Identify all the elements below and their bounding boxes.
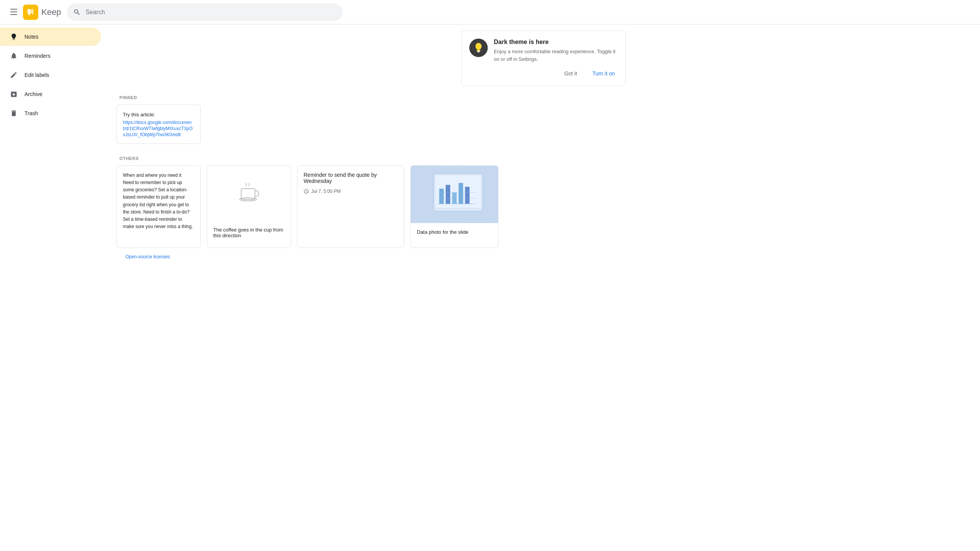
sidebar-item-edit-labels[interactable]: Edit labels bbox=[0, 66, 101, 84]
svg-rect-14 bbox=[446, 185, 450, 204]
pinned-section-label: PINNED bbox=[116, 95, 971, 100]
reminder-time-text: Jul 7, 5:00 PM bbox=[311, 189, 341, 194]
photo-note-caption: Data photo for the slide bbox=[417, 229, 492, 235]
pinned-notes-grid: Try this article: https://docs.google.co… bbox=[116, 104, 971, 144]
main-content: Dark theme is here Enjoy a more comforta… bbox=[107, 24, 980, 551]
keep-logo-icon bbox=[23, 5, 38, 20]
svg-rect-13 bbox=[439, 189, 444, 204]
svg-rect-5 bbox=[477, 50, 480, 51]
data-visualization-svg bbox=[411, 166, 498, 223]
pencil-icon bbox=[9, 71, 18, 79]
clock-icon bbox=[304, 189, 309, 194]
search-input[interactable] bbox=[85, 9, 336, 16]
reminder-time: Jul 7, 5:00 PM bbox=[304, 189, 398, 194]
svg-point-4 bbox=[475, 43, 482, 50]
archive-icon bbox=[9, 90, 18, 98]
svg-rect-6 bbox=[477, 51, 480, 52]
dark-banner-title: Dark theme is here bbox=[494, 39, 618, 46]
pinned-note-intro: Try this article: bbox=[123, 111, 194, 119]
pinned-note-link[interactable]: https://docs.google.com/document/d/1tCRx… bbox=[123, 120, 193, 137]
topbar: Keep bbox=[0, 0, 980, 24]
search-icon bbox=[73, 8, 81, 16]
app-layout: Notes Reminders Edit labels bbox=[0, 24, 980, 551]
others-section-label: OTHERS bbox=[116, 156, 971, 161]
photo-note-card[interactable]: Data photo for the slide bbox=[410, 165, 498, 248]
dark-theme-banner: Dark theme is here Enjoy a more comforta… bbox=[461, 31, 626, 86]
menu-button[interactable] bbox=[6, 5, 21, 20]
reminder-note-body: Reminder to send the quote by Wednesday … bbox=[297, 166, 404, 200]
got-it-button[interactable]: Got it bbox=[561, 69, 580, 78]
svg-rect-0 bbox=[10, 9, 17, 10]
bulb-icon bbox=[9, 33, 18, 41]
sidebar-item-notes[interactable]: Notes bbox=[0, 28, 101, 46]
logo-text: Keep bbox=[41, 7, 61, 17]
coffee-note-card[interactable]: The coffee goes in the cup from this dir… bbox=[207, 165, 291, 248]
edit-labels-label: Edit labels bbox=[24, 72, 49, 78]
pinned-note-card[interactable]: Try this article: https://docs.google.co… bbox=[116, 104, 201, 144]
location-note-text: When and where you need it Need to remem… bbox=[123, 172, 194, 231]
dark-banner-desc: Enjoy a more comfortable reading experie… bbox=[494, 48, 618, 63]
coffee-icon-container bbox=[207, 166, 291, 227]
reminder-note-title: Reminder to send the quote by Wednesday bbox=[304, 172, 398, 184]
bell-icon bbox=[9, 52, 18, 60]
notes-label: Notes bbox=[24, 34, 39, 40]
location-note-card[interactable]: When and where you need it Need to remem… bbox=[116, 165, 201, 248]
archive-label: Archive bbox=[24, 91, 42, 97]
trash-icon bbox=[9, 109, 18, 117]
photo-note-body: Data photo for the slide bbox=[411, 223, 498, 241]
dark-banner-content: Dark theme is here Enjoy a more comforta… bbox=[494, 39, 618, 78]
svg-rect-16 bbox=[459, 183, 463, 204]
svg-rect-1 bbox=[10, 11, 17, 12]
sidebar-item-trash[interactable]: Trash bbox=[0, 104, 101, 122]
sidebar-item-archive[interactable]: Archive bbox=[0, 85, 101, 103]
reminders-label: Reminders bbox=[24, 53, 51, 59]
others-grid: When and where you need it Need to remem… bbox=[116, 165, 971, 248]
coffee-note-body: The coffee goes in the cup from this dir… bbox=[207, 227, 291, 248]
dark-theme-avatar bbox=[469, 39, 488, 57]
sidebar: Notes Reminders Edit labels bbox=[0, 24, 107, 551]
open-source-link[interactable]: Open-source licenses bbox=[126, 254, 170, 259]
photo-note-image bbox=[411, 166, 498, 223]
turn-on-button[interactable]: Turn it on bbox=[589, 69, 618, 78]
location-note-body: When and where you need it Need to remem… bbox=[117, 166, 200, 237]
search-bar[interactable] bbox=[67, 3, 343, 21]
reminder-note-card[interactable]: Reminder to send the quote by Wednesday … bbox=[297, 165, 404, 248]
svg-rect-2 bbox=[10, 14, 17, 15]
sidebar-item-reminders[interactable]: Reminders bbox=[0, 47, 101, 65]
svg-rect-7 bbox=[477, 52, 480, 52]
coffee-cup-icon bbox=[237, 183, 260, 210]
footer: Open-source licenses bbox=[116, 248, 971, 266]
logo[interactable]: Keep bbox=[23, 5, 61, 20]
svg-rect-17 bbox=[465, 187, 470, 204]
coffee-note-caption: The coffee goes in the cup from this dir… bbox=[213, 227, 284, 241]
dark-banner-actions: Got it Turn it on bbox=[494, 69, 618, 78]
trash-label: Trash bbox=[24, 110, 38, 116]
